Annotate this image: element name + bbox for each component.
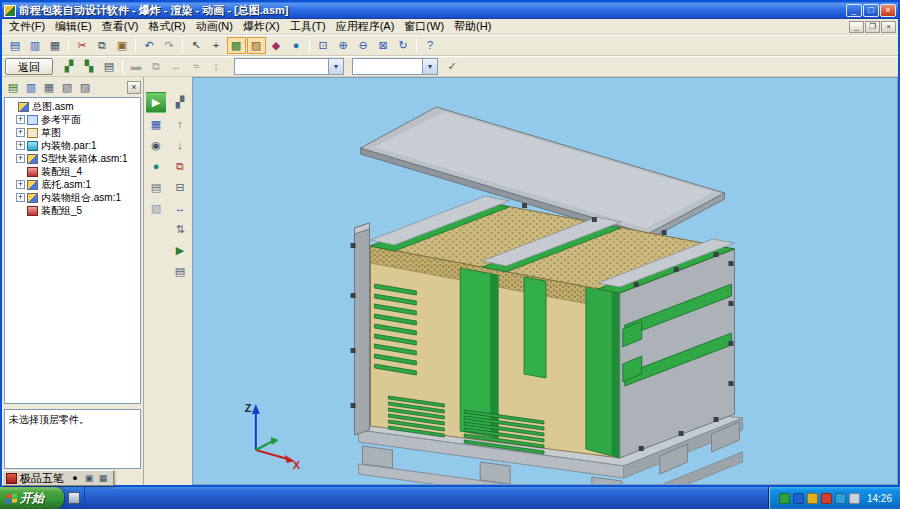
drag-component-button[interactable]: ↔: [167, 58, 186, 75]
3d-model-canvas[interactable]: Z X: [193, 78, 897, 484]
unexplode-button[interactable]: ▬: [127, 58, 146, 75]
menu-item-9[interactable]: 窗口(W): [399, 18, 449, 35]
sensor-view-button[interactable]: ▦: [41, 80, 58, 95]
expand-icon[interactable]: +: [16, 193, 25, 202]
redo-button[interactable]: ↷: [160, 37, 179, 54]
copy-button[interactable]: ⧉: [93, 37, 112, 54]
menu-item-8[interactable]: 应用程序(A): [331, 18, 400, 35]
tray-ime-icon[interactable]: [835, 493, 846, 504]
fit-view-button[interactable]: ⊠: [374, 37, 393, 54]
visible-edges-button[interactable]: ▤: [146, 178, 166, 197]
panel-splitter[interactable]: [3, 405, 142, 408]
select-tools-button[interactable]: ▨: [77, 80, 94, 95]
close-button[interactable]: ×: [880, 4, 896, 17]
expand-icon[interactable]: +: [16, 141, 25, 150]
mdi-minimize-button[interactable]: _: [849, 21, 864, 33]
tree-item[interactable]: +内装物.par:1: [5, 139, 140, 152]
animation-editor-button[interactable]: ▶: [170, 241, 190, 260]
mdi-close-button[interactable]: ×: [881, 21, 896, 33]
explode-distance-combo[interactable]: ▾: [352, 58, 438, 75]
group-parts-button[interactable]: ⧉: [170, 157, 190, 176]
explode-config-button[interactable]: ▞: [60, 58, 79, 75]
help-pointer-button[interactable]: ?: [421, 37, 440, 54]
chevron-down-icon[interactable]: ▾: [422, 59, 437, 74]
menu-item-1[interactable]: 文件(F): [4, 18, 50, 35]
tree-item[interactable]: +参考平面: [5, 113, 140, 126]
tree-item[interactable]: +草图: [5, 126, 140, 139]
new-document-button[interactable]: ▤: [6, 37, 25, 54]
tray-update-icon[interactable]: [821, 493, 832, 504]
menu-item-10[interactable]: 帮助(H): [449, 18, 496, 35]
hierarchy-view-button[interactable]: ▤: [5, 80, 22, 95]
configuration-view-button[interactable]: ▥: [23, 80, 40, 95]
explode-event-combo[interactable]: ▾: [234, 58, 344, 75]
tray-antivirus-icon[interactable]: [779, 493, 790, 504]
back-button[interactable]: 返回: [5, 58, 53, 75]
print-button[interactable]: ▦: [46, 37, 65, 54]
left-side-panel[interactable]: [355, 223, 370, 435]
ungroup-parts-button[interactable]: ⊟: [170, 178, 190, 197]
flow-line-button[interactable]: ≈: [187, 58, 206, 75]
3d-viewport[interactable]: Z X: [192, 77, 898, 485]
tray-volume-icon[interactable]: [807, 493, 818, 504]
bind-parts-button[interactable]: ⧉: [147, 58, 166, 75]
tree-item[interactable]: 装配组_5: [5, 204, 140, 217]
modify-distance-button[interactable]: ↕: [207, 58, 226, 75]
camera-button[interactable]: ◉: [146, 136, 166, 155]
rotate-view-button[interactable]: ↻: [394, 37, 413, 54]
menu-item-6[interactable]: 爆炸(X): [238, 18, 285, 35]
tree-item[interactable]: +S型快装箱体.asm:1: [5, 152, 140, 165]
tree-item[interactable]: 装配组_4: [5, 165, 140, 178]
panel-close-button[interactable]: ×: [127, 81, 141, 94]
wireframe-view-button[interactable]: ▨: [247, 37, 266, 54]
expand-icon[interactable]: +: [16, 128, 25, 137]
explode-steps-button[interactable]: ▞: [170, 92, 190, 113]
minimize-button[interactable]: _: [846, 4, 862, 17]
named-views-button[interactable]: ▦: [146, 115, 166, 134]
raise-step-button[interactable]: ↑: [170, 115, 190, 134]
show-desktop-icon[interactable]: [68, 492, 80, 504]
move-part-button[interactable]: ↔: [170, 199, 190, 218]
tray-network-icon[interactable]: [793, 493, 804, 504]
explode-options-button[interactable]: ▤: [100, 58, 119, 75]
spread-parts-button[interactable]: ⇅: [170, 220, 190, 239]
undo-button[interactable]: ↶: [140, 37, 159, 54]
tree-item[interactable]: +内装物组合.asm:1: [5, 191, 140, 204]
tree-item[interactable]: 总图.asm: [5, 100, 140, 113]
return-tool-button[interactable]: ▶: [146, 92, 166, 113]
zoom-in-button[interactable]: ⊕: [334, 37, 353, 54]
menu-item-5[interactable]: 动画(N): [191, 18, 238, 35]
lower-step-button[interactable]: ↓: [170, 136, 190, 155]
material-table-button[interactable]: ●: [287, 37, 306, 54]
tree-item[interactable]: +底托.asm:1: [5, 178, 140, 191]
shading-mode-button[interactable]: ●: [146, 157, 166, 176]
layers-view-button[interactable]: ▧: [59, 80, 76, 95]
menu-item-3[interactable]: 查看(V): [97, 18, 144, 35]
save-button[interactable]: ▥: [26, 37, 45, 54]
start-button[interactable]: 开始: [0, 487, 64, 509]
expand-icon[interactable]: +: [16, 154, 25, 163]
pan-tool-button[interactable]: +: [207, 37, 226, 54]
mdi-restore-button[interactable]: ❐: [865, 21, 880, 33]
select-tool-button[interactable]: ↖: [187, 37, 206, 54]
shaded-view-button[interactable]: ▩: [227, 37, 246, 54]
zoom-out-button[interactable]: ⊖: [354, 37, 373, 54]
expand-icon[interactable]: +: [16, 115, 25, 124]
paste-button[interactable]: ▣: [113, 37, 132, 54]
ime-keyboard-button[interactable]: ▣: [82, 472, 96, 485]
cut-button[interactable]: ✂: [73, 37, 92, 54]
accept-button[interactable]: ✓: [443, 58, 462, 75]
menu-item-7[interactable]: 工具(T): [285, 18, 331, 35]
auto-explode-button[interactable]: ▚: [80, 58, 99, 75]
menu-item-4[interactable]: 格式(R): [143, 18, 190, 35]
ime-mode-button[interactable]: ●: [68, 472, 82, 485]
color-manager-button[interactable]: ◆: [267, 37, 286, 54]
background-button[interactable]: ▧: [146, 199, 166, 218]
ime-settings-button[interactable]: ▦: [96, 472, 110, 485]
chevron-down-icon[interactable]: ▾: [328, 59, 343, 74]
zoom-area-button[interactable]: ⊡: [314, 37, 333, 54]
maximize-button[interactable]: □: [863, 4, 879, 17]
properties-button[interactable]: ▤: [170, 262, 190, 281]
expand-icon[interactable]: +: [16, 180, 25, 189]
tray-remove-hardware-icon[interactable]: [849, 493, 860, 504]
